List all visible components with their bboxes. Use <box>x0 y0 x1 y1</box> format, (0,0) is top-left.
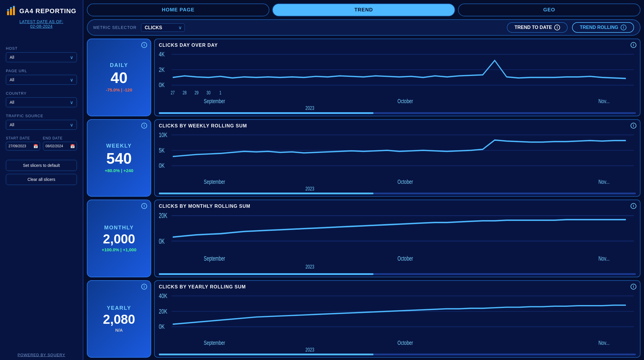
yearly-rolling-chart: 40K 20K 0K September October Nov... 2023 <box>159 291 636 353</box>
weekly-rolling-title: CLICKS BY WEEKLY ROLLING SUM <box>159 123 636 129</box>
traffic-source-select[interactable]: All <box>6 120 77 130</box>
svg-text:20K: 20K <box>159 212 168 219</box>
traffic-source-select-wrap[interactable]: All <box>6 120 77 130</box>
svg-text:September: September <box>204 179 225 185</box>
weekly-rolling-scrollbar[interactable] <box>159 193 636 194</box>
latest-date-value: 02-08-2024 <box>6 24 77 29</box>
svg-text:10K: 10K <box>159 131 167 138</box>
weekly-row: WEEKLY 540 +80.0% | +240 i CLICKS BY WEE… <box>87 119 640 197</box>
daily-info-icon[interactable]: i <box>141 42 147 48</box>
svg-text:0K: 0K <box>159 238 165 245</box>
day-over-day-info-icon[interactable]: i <box>631 42 636 48</box>
trend-to-date-label: TREND TO DATE <box>514 25 552 30</box>
yearly-rolling-info-icon[interactable]: i <box>631 284 636 290</box>
date-row: START DATE 📅 END DATE 📅 <box>6 136 77 150</box>
end-date-wrap[interactable]: 📅 <box>43 142 77 150</box>
svg-text:October: October <box>397 255 413 262</box>
host-select-wrap[interactable]: All <box>6 52 77 62</box>
latest-date-section: LATEST DATE AS OF: 02-08-2024 <box>6 19 77 29</box>
svg-text:October: October <box>397 340 413 346</box>
host-label: HOST <box>6 46 77 51</box>
country-label: COUNTRY <box>6 91 77 96</box>
end-date-input[interactable] <box>43 142 77 150</box>
yearly-rolling-scrollbar[interactable] <box>159 354 636 355</box>
metric-selector-row: METRIC SELECTOR CLICKS SESSIONS USERS PA… <box>87 19 640 36</box>
weekly-info-icon[interactable]: i <box>141 123 147 129</box>
monthly-change: +100.0% | +1,000 <box>102 247 136 252</box>
metric-dropdown[interactable]: CLICKS SESSIONS USERS PAGEVIEWS <box>141 23 185 32</box>
day-over-day-chart: 4K 2K 0K September October Nov... 202 <box>159 49 636 111</box>
yearly-info-icon[interactable]: i <box>141 284 147 290</box>
svg-text:0K: 0K <box>159 162 165 169</box>
trend-to-date-info-icon[interactable]: i <box>554 25 560 30</box>
svg-text:40K: 40K <box>159 292 167 299</box>
nav-home-page[interactable]: HOME PAGE <box>87 4 269 16</box>
weekly-rolling-info-icon[interactable]: i <box>631 123 636 129</box>
logo-area: GA4 REPORTING <box>6 6 77 16</box>
day-over-day-scrollbar[interactable] <box>159 112 636 114</box>
traffic-source-filter-group: TRAFFIC SOURCE All <box>6 114 77 130</box>
yearly-change: N/A <box>115 328 123 333</box>
trend-rolling-label: TREND ROLLING <box>580 25 618 30</box>
day-over-day-panel: CLICKS DAY OVER DAY i 4K 2K 0K <box>154 39 640 116</box>
monthly-info-icon[interactable]: i <box>141 203 147 209</box>
svg-rect-0 <box>7 11 9 15</box>
svg-text:Nov...: Nov... <box>598 179 609 185</box>
svg-text:2023: 2023 <box>305 105 314 111</box>
svg-point-4 <box>10 7 12 9</box>
metric-dropdown-wrap[interactable]: CLICKS SESSIONS USERS PAGEVIEWS <box>141 23 185 32</box>
svg-text:2023: 2023 <box>305 186 314 191</box>
monthly-title: MONTHLY <box>104 225 134 231</box>
svg-text:Nov...: Nov... <box>598 255 609 262</box>
yearly-card: YEARLY 2,080 N/A i <box>87 280 151 358</box>
set-slicers-button[interactable]: Set slicers to default <box>6 160 77 171</box>
svg-text:30: 30 <box>206 90 211 96</box>
svg-text:5K: 5K <box>159 147 165 154</box>
svg-text:2K: 2K <box>159 66 165 73</box>
nav-trend[interactable]: TREND <box>272 4 455 16</box>
svg-text:September: September <box>204 340 225 346</box>
monthly-rolling-chart: 20K 0K September October Nov... 2023 <box>159 210 636 272</box>
monthly-row: MONTHLY 2,000 +100.0% | +1,000 i CLICKS … <box>87 200 640 277</box>
start-date-label: START DATE <box>6 136 40 140</box>
svg-text:2023: 2023 <box>305 264 314 270</box>
svg-text:28: 28 <box>183 90 187 96</box>
daily-row: DAILY 40 -75.0% | -120 i CLICKS DAY OVER… <box>87 39 640 116</box>
clear-slicers-button[interactable]: Clear all slicers <box>6 174 77 185</box>
svg-text:Nov...: Nov... <box>598 98 609 104</box>
powered-by: POWERED BY SQUERY <box>6 347 77 357</box>
host-select[interactable]: All <box>6 52 77 62</box>
weekly-rolling-chart: 10K 5K 0K September October Nov... 2023 <box>159 130 636 192</box>
nav-geo[interactable]: GEO <box>458 4 640 16</box>
country-select-wrap[interactable]: All <box>6 97 77 107</box>
svg-text:1: 1 <box>219 90 221 96</box>
trend-rolling-button[interactable]: TREND ROLLING i <box>572 22 634 33</box>
daily-value: 40 <box>111 70 128 86</box>
monthly-rolling-info-icon[interactable]: i <box>631 203 636 209</box>
svg-text:October: October <box>397 98 413 104</box>
trend-rolling-info-icon[interactable]: i <box>621 25 626 30</box>
svg-text:Nov...: Nov... <box>598 340 609 346</box>
daily-card: DAILY 40 -75.0% | -120 i <box>87 39 151 116</box>
yearly-rolling-panel: CLICKS BY YEARLY ROLLING SUM i 40K 20K 0… <box>154 280 640 358</box>
yearly-value: 2,080 <box>103 312 135 326</box>
start-date-wrap[interactable]: 📅 <box>6 142 40 150</box>
svg-rect-1 <box>10 9 12 15</box>
svg-text:September: September <box>204 255 225 262</box>
country-select[interactable]: All <box>6 97 77 107</box>
svg-text:October: October <box>397 179 413 185</box>
monthly-rolling-scrollbar[interactable] <box>159 273 636 275</box>
app-title: GA4 REPORTING <box>19 7 76 15</box>
start-date-group: START DATE 📅 <box>6 136 40 150</box>
monthly-rolling-panel: CLICKS BY MONTHLY ROLLING SUM i 20K 0K S… <box>154 200 640 277</box>
logo-icon <box>6 6 16 16</box>
page-url-label: PAGE URL <box>6 69 77 73</box>
page-url-select-wrap[interactable]: All <box>6 75 77 85</box>
end-date-label: END DATE <box>43 136 77 140</box>
start-date-input[interactable] <box>6 142 40 150</box>
trend-to-date-button[interactable]: TREND TO DATE i <box>507 22 568 33</box>
weekly-card: WEEKLY 540 +80.0% | +240 i <box>87 119 151 197</box>
page-url-select[interactable]: All <box>6 75 77 85</box>
svg-text:27: 27 <box>171 90 175 96</box>
host-filter-group: HOST All <box>6 46 77 62</box>
